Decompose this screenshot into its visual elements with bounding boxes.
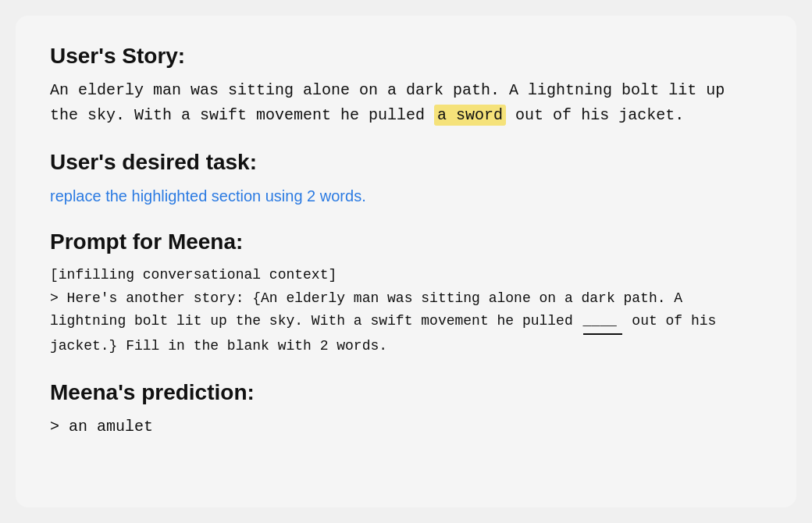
prompt-title: Prompt for Meena: (50, 229, 762, 254)
users-story-title: User's Story: (50, 44, 762, 69)
users-task-section: User's desired task: replace the highlig… (50, 150, 762, 208)
story-after-highlight: out of his jacket. (506, 106, 684, 124)
users-task-title: User's desired task: (50, 150, 762, 175)
prompt-line1: [infilling conversational context] (50, 267, 337, 283)
users-story-section: User's Story: An elderly man was sitting… (50, 44, 762, 128)
prompt-blank: ____ (583, 310, 622, 335)
prediction-body: > an amulet (50, 414, 762, 439)
prediction-section: Meena's prediction: > an amulet (50, 380, 762, 439)
story-highlight: a sword (434, 105, 506, 126)
main-card: User's Story: An elderly man was sitting… (16, 16, 796, 507)
task-description: replace the highlighted section using 2 … (50, 184, 762, 208)
prompt-section: Prompt for Meena: [infilling conversatio… (50, 229, 762, 358)
prompt-body: [infilling conversational context] > Her… (50, 264, 762, 358)
story-text: An elderly man was sitting alone on a da… (50, 78, 762, 128)
prediction-title: Meena's prediction: (50, 380, 762, 405)
